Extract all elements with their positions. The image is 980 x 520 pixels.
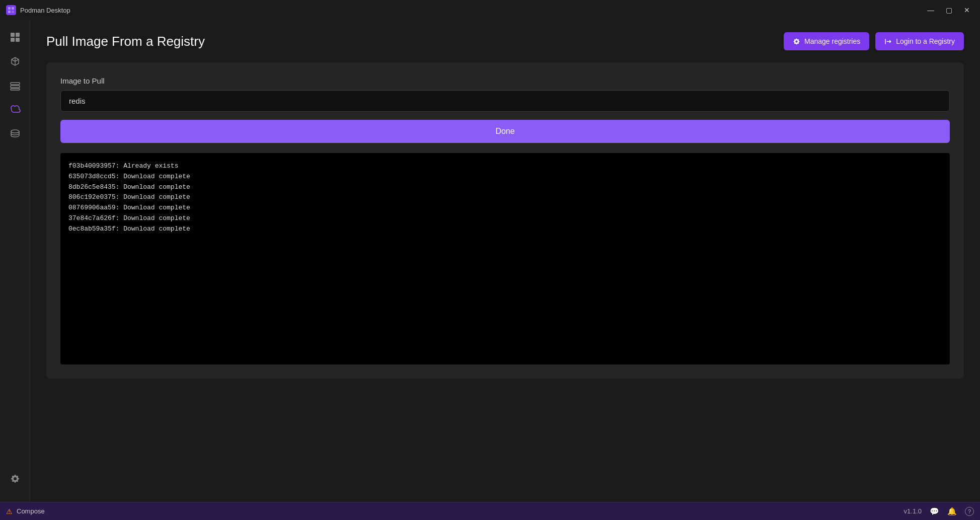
svg-rect-2 [8,11,11,13]
statusbar-left: ⚠ Compose [6,507,45,515]
sidebar-item-dashboard[interactable] [4,26,26,48]
minimize-button[interactable]: — [924,3,938,17]
form-card: Image to Pull Done f03b40093957: Already… [46,62,964,379]
titlebar: Podman Desktop — ▢ ✕ [0,0,980,20]
svg-rect-3 [12,11,14,13]
terminal-line: 635073d8ccd5: Download complete [68,172,942,182]
manage-registries-button[interactable]: Manage registries [784,32,869,50]
terminal-line: 806c192e0375: Download complete [68,192,942,203]
help-icon[interactable]: ? [965,507,974,516]
warning-icon: ⚠ [6,507,13,515]
login-registry-label: Login to a Registry [896,37,955,45]
bell-icon[interactable]: 🔔 [947,507,957,516]
app-body: Pull Image From a Registry Manage regist… [0,20,980,502]
titlebar-controls: — ▢ ✕ [924,3,974,17]
svg-rect-6 [11,38,15,42]
svg-rect-4 [11,33,15,37]
image-input[interactable] [60,90,950,112]
terminal-output: f03b40093957: Already exists635073d8ccd5… [60,153,950,364]
header-actions: Manage registries Login to a Registry [784,32,964,50]
login-icon [884,38,892,45]
terminal-line: f03b40093957: Already exists [68,161,942,172]
svg-rect-8 [11,83,20,85]
main-content: Pull Image From a Registry Manage regist… [30,20,980,502]
statusbar: ⚠ Compose v1.1.0 💬 🔔 ? [0,502,980,520]
close-button[interactable]: ✕ [960,3,974,17]
sidebar-item-settings[interactable] [4,468,26,490]
sidebar-item-images[interactable] [4,99,26,121]
titlebar-left: Podman Desktop [6,5,70,15]
sidebar [0,20,30,502]
compose-label: Compose [17,507,45,515]
sidebar-bottom [4,468,26,496]
svg-rect-10 [11,89,20,90]
maximize-button[interactable]: ▢ [942,3,956,17]
app-icon [6,5,16,15]
sidebar-item-volumes[interactable] [4,123,26,145]
terminal-line: 08769906aa59: Download complete [68,203,942,213]
chat-icon[interactable]: 💬 [930,507,939,516]
svg-rect-1 [12,7,14,10]
svg-rect-7 [16,38,20,42]
sidebar-item-pods[interactable] [4,75,26,97]
svg-rect-0 [8,7,11,10]
manage-registries-label: Manage registries [804,37,860,45]
gear-icon [793,38,800,45]
version-label: v1.1.0 [904,507,922,515]
done-button[interactable]: Done [60,120,950,143]
terminal-line: 0ec8ab59a35f: Download complete [68,224,942,235]
svg-rect-9 [11,86,20,88]
login-registry-button[interactable]: Login to a Registry [875,32,964,50]
page-header: Pull Image From a Registry Manage regist… [46,32,964,50]
sidebar-item-containers[interactable] [4,50,26,72]
page-title: Pull Image From a Registry [46,34,205,49]
app-title: Podman Desktop [20,7,70,14]
terminal-line: 37e84c7a626f: Download complete [68,213,942,224]
svg-point-11 [11,130,19,133]
svg-rect-5 [16,33,20,37]
terminal-line: 8db26c5e8435: Download complete [68,182,942,193]
statusbar-right: v1.1.0 💬 🔔 ? [904,507,974,516]
image-label: Image to Pull [60,77,950,85]
